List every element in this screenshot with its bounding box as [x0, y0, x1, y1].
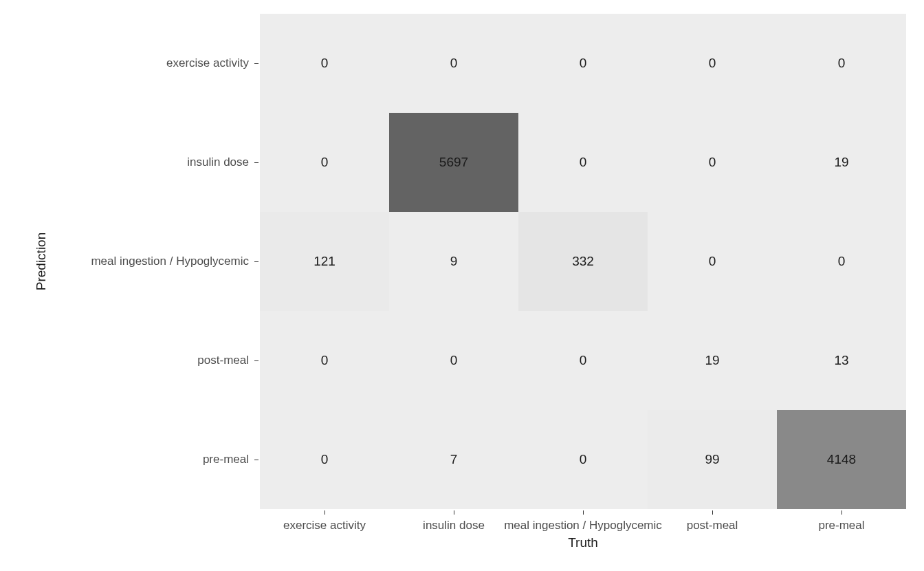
heatmap-cell [389, 410, 518, 509]
heatmap-cell [260, 410, 389, 509]
heatmap-cell [518, 113, 648, 212]
x-axis-tick-label: insulin dose [423, 519, 485, 532]
x-axis-tick [454, 510, 454, 515]
heatmap-cell [260, 311, 389, 410]
y-axis-tick-label: pre-meal [0, 453, 249, 466]
y-axis-tick-label: post-meal [0, 354, 249, 367]
x-axis-tick-label: meal ingestion / Hypoglycemic [504, 519, 662, 532]
y-axis-tick [254, 261, 258, 262]
y-axis-tick [254, 460, 258, 460]
heatmap-cell [648, 311, 777, 410]
heatmap-cell [777, 410, 906, 509]
x-axis-tick [583, 510, 584, 515]
heatmap-cell [518, 14, 648, 113]
y-axis-tick [254, 162, 258, 163]
heatmap-cell [648, 113, 777, 212]
heatmap-cell [518, 311, 648, 410]
heatmap-cell [777, 113, 906, 212]
heatmap-cell [777, 14, 906, 113]
x-axis-tick [842, 510, 842, 515]
x-axis-tick-label: pre-meal [818, 519, 864, 532]
y-axis-tick-label: insulin dose [0, 155, 249, 169]
heatmap-cell [389, 212, 518, 311]
x-axis-tick-label: exercise activity [283, 519, 366, 532]
y-axis-tick-label: exercise activity [0, 56, 249, 70]
heatmap-cell [648, 212, 777, 311]
y-axis-title: Prediction [34, 233, 49, 291]
heatmap-cell [777, 212, 906, 311]
y-axis-tick [254, 63, 258, 64]
heatmap-cell [648, 410, 777, 509]
heatmap-cell [389, 113, 518, 212]
x-axis-tick-label: post-meal [687, 519, 738, 532]
heatmap-cell [260, 113, 389, 212]
y-axis-tick [254, 360, 258, 361]
x-axis-tick [712, 510, 713, 515]
heatmap-cell [648, 14, 777, 113]
heatmap-cell [518, 410, 648, 509]
heatmap-cell [518, 212, 648, 311]
x-axis-title: Truth [568, 535, 598, 550]
x-axis-tick [324, 510, 325, 515]
heatmap-cell [260, 212, 389, 311]
heatmap-cell [777, 311, 906, 410]
heatmap-cell [389, 311, 518, 410]
confusion-matrix-chart: 000000569700191219332000001913070994148 … [0, 0, 924, 571]
heatmap-cell [260, 14, 389, 113]
heatmap-cell [389, 14, 518, 113]
